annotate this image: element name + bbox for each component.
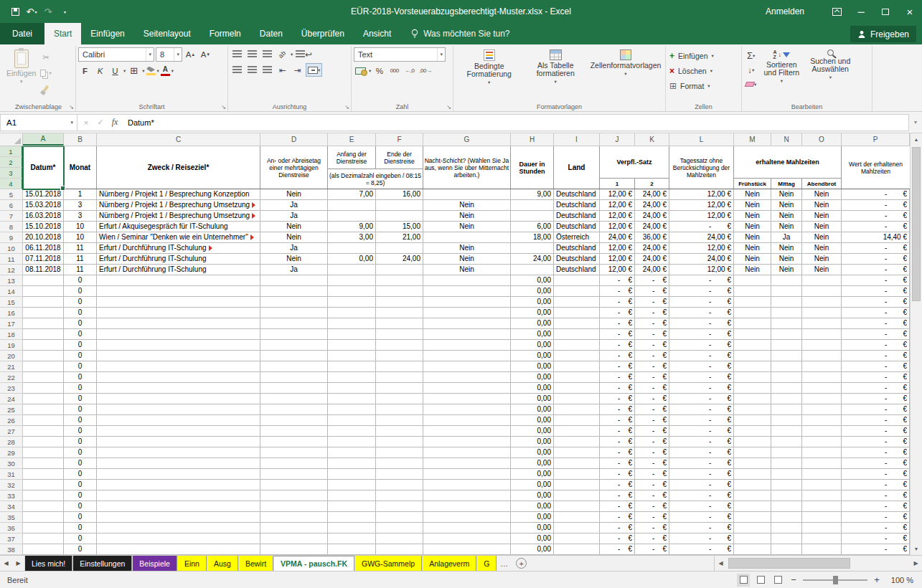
row-header-6[interactable]: 6 <box>0 200 22 211</box>
cell-J19[interactable]: - € <box>600 340 635 351</box>
cell-L30[interactable]: - € <box>669 458 734 469</box>
cell-O37[interactable] <box>802 534 842 544</box>
cell-G23[interactable] <box>423 383 511 394</box>
cell-K36[interactable]: - € <box>635 523 669 534</box>
fill-button[interactable]: ↓▾ <box>744 63 758 77</box>
cell-E7[interactable] <box>328 211 376 222</box>
cell-N30[interactable] <box>771 458 802 469</box>
cell-P29[interactable]: - € <box>842 447 910 458</box>
cell-C34[interactable] <box>97 501 260 512</box>
cell-A29[interactable] <box>23 447 64 458</box>
cell-B29[interactable]: 0 <box>64 447 97 458</box>
row-header-22[interactable]: 22 <box>0 372 22 383</box>
cell-N4[interactable]: Mittag <box>771 179 802 189</box>
cell-K10[interactable]: 24,00 € <box>635 243 669 254</box>
cell-L10[interactable]: 12,00 € <box>669 243 734 254</box>
cell-J29[interactable]: - € <box>600 447 635 458</box>
cell-O36[interactable] <box>802 523 842 534</box>
cell-G22[interactable] <box>423 372 511 383</box>
row-header-5[interactable]: 5 <box>0 189 22 200</box>
cell-P32[interactable]: - € <box>842 480 910 490</box>
cell-K5[interactable]: 24,00 € <box>635 189 669 200</box>
sheet-tab-ausg[interactable]: Ausg <box>207 556 238 571</box>
cell-C26[interactable] <box>97 415 260 426</box>
cell-N31[interactable] <box>771 469 802 480</box>
cell-F19[interactable] <box>376 340 423 351</box>
cell-L20[interactable]: - € <box>669 351 734 361</box>
cell-F28[interactable] <box>376 437 423 447</box>
cell-L28[interactable]: - € <box>669 437 734 447</box>
cell-D16[interactable] <box>260 308 328 318</box>
cell-G32[interactable] <box>423 480 511 490</box>
cell-J23[interactable]: - € <box>600 383 635 394</box>
cell-L35[interactable]: - € <box>669 512 734 523</box>
cell-H28[interactable]: 0,00 <box>511 437 554 447</box>
row-header-30[interactable]: 30 <box>0 458 22 469</box>
cell-J38[interactable]: - € <box>600 544 635 555</box>
cell-I1[interactable]: Land <box>554 146 600 189</box>
cell-F8[interactable]: 15,00 <box>376 222 423 232</box>
cell-M25[interactable] <box>734 404 771 415</box>
cell-D19[interactable] <box>260 340 328 351</box>
cell-A15[interactable] <box>23 297 64 308</box>
cell-A1[interactable]: Datum* <box>23 146 64 189</box>
cell-P6[interactable]: - € <box>842 200 910 211</box>
cell-G29[interactable] <box>423 447 511 458</box>
cell-C8[interactable]: Erfurt / Akquisegespräch für IT-Schulung <box>97 222 260 232</box>
cell-A23[interactable] <box>23 383 64 394</box>
accounting-format-button[interactable] <box>354 64 367 77</box>
row-header-36[interactable]: 36 <box>0 523 22 534</box>
cell-F10[interactable] <box>376 243 423 254</box>
cell-N32[interactable] <box>771 480 802 490</box>
cell-J6[interactable]: 12,00 € <box>600 200 635 211</box>
cell-N24[interactable] <box>771 394 802 404</box>
cell-B16[interactable]: 0 <box>64 308 97 318</box>
cell-D32[interactable] <box>260 480 328 490</box>
cell-I13[interactable] <box>554 275 600 286</box>
percent-style-button[interactable]: % <box>372 64 386 77</box>
cell-C1[interactable]: Zweck / Reiseziel* <box>97 146 260 189</box>
cell-H8[interactable]: 6,00 <box>511 222 554 232</box>
cell-C17[interactable] <box>97 318 260 329</box>
cell-J13[interactable]: - € <box>600 275 635 286</box>
column-header-C[interactable]: C <box>97 133 260 146</box>
column-header-L[interactable]: L <box>669 133 734 146</box>
sheet-tab-g[interactable]: G <box>476 556 497 571</box>
cell-J4[interactable]: 1 <box>600 179 635 189</box>
cell-J37[interactable]: - € <box>600 534 635 544</box>
cell-D10[interactable]: Ja <box>260 243 328 254</box>
row-header-13[interactable]: 13 <box>0 275 22 286</box>
cell-L7[interactable]: 12,00 € <box>669 211 734 222</box>
cell-K12[interactable]: 24,00 € <box>635 265 669 275</box>
cell-M14[interactable] <box>734 286 771 297</box>
row-header-9[interactable]: 9 <box>0 232 22 243</box>
row-header-20[interactable]: 20 <box>0 351 22 361</box>
format-cells-button[interactable]: ⊞Format▾ <box>668 79 739 93</box>
cell-B38[interactable]: 0 <box>64 544 97 555</box>
cell-P9[interactable]: 14,40 € <box>842 232 910 243</box>
cell-D20[interactable] <box>260 351 328 361</box>
cell-G12[interactable]: Nein <box>423 265 511 275</box>
cell-L14[interactable]: - € <box>669 286 734 297</box>
cell-P21[interactable]: - € <box>842 361 910 372</box>
cell-L24[interactable]: - € <box>669 394 734 404</box>
cell-F37[interactable] <box>376 534 423 544</box>
number-dialog-launcher-icon[interactable]: ↘ <box>446 104 451 110</box>
cell-A24[interactable] <box>23 394 64 404</box>
cell-P27[interactable]: - € <box>842 426 910 437</box>
cell-O21[interactable] <box>802 361 842 372</box>
page-break-view-button[interactable] <box>771 574 784 587</box>
sheet-tab-vpma-pausch-fk[interactable]: VPMA - pausch.FK <box>273 556 354 571</box>
column-header-G[interactable]: G <box>423 133 511 146</box>
wrap-text-button[interactable]: ↩ <box>294 47 314 61</box>
paste-button[interactable]: Einfügen ▼ <box>4 47 39 101</box>
merge-center-button[interactable]: ▾ <box>306 63 322 77</box>
cell-D28[interactable] <box>260 437 328 447</box>
insert-cells-button[interactable]: +Einfügen▾ <box>668 49 739 63</box>
cell-I38[interactable] <box>554 544 600 555</box>
italic-button[interactable]: K <box>93 64 107 77</box>
cell-N7[interactable]: Nein <box>771 211 802 222</box>
cell-L31[interactable]: - € <box>669 469 734 480</box>
cell-N13[interactable] <box>771 275 802 286</box>
cell-O24[interactable] <box>802 394 842 404</box>
